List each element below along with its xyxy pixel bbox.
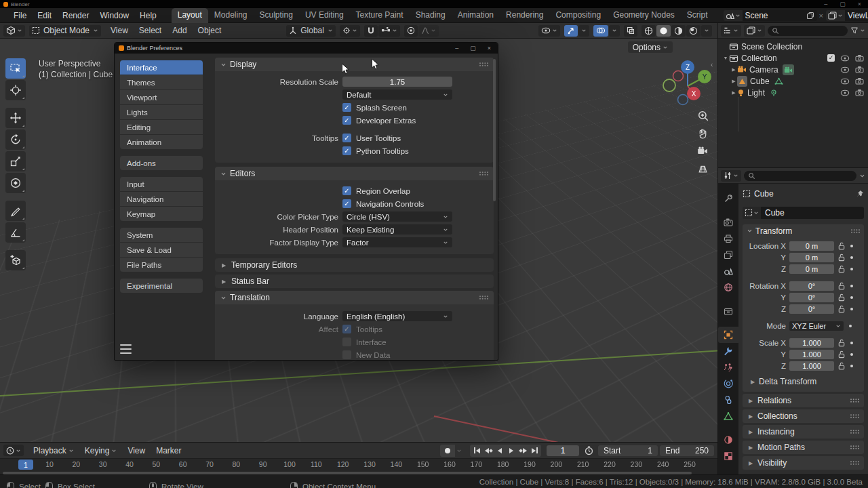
transform-value-field[interactable]: 0°: [789, 293, 834, 302]
outliner-row-light[interactable]: ▶ Light: [718, 87, 868, 98]
workspace-tab[interactable]: Sculpting: [254, 8, 299, 23]
shading-rendered-button[interactable]: [686, 25, 701, 37]
properties-search-input[interactable]: [744, 171, 856, 181]
lock-icon[interactable]: [838, 265, 845, 273]
outliner-row-cube[interactable]: ▶ Cube: [718, 75, 868, 87]
transform-value-field[interactable]: 1.000: [789, 338, 834, 348]
preferences-nav-item[interactable]: Themes: [120, 75, 203, 89]
hamburger-menu-icon[interactable]: [120, 344, 132, 354]
snap-settings-dropdown[interactable]: [378, 25, 400, 37]
properties-tab-physics[interactable]: [718, 375, 738, 392]
hide-eye-icon[interactable]: [840, 55, 850, 62]
menu-item[interactable]: Keying: [79, 445, 123, 457]
unlink-scene-icon[interactable]: ×: [819, 12, 823, 20]
mesh-data-icon[interactable]: [774, 77, 783, 85]
panel-collections[interactable]: ▶Collections: [743, 409, 864, 423]
lock-icon[interactable]: [838, 242, 845, 250]
frame-end-field[interactable]: End250: [660, 445, 714, 456]
developer-extras-checkbox[interactable]: [342, 116, 351, 125]
preferences-nav-item[interactable]: Keymap: [120, 207, 203, 221]
preferences-nav-item[interactable]: Save & Load: [120, 243, 203, 257]
lock-icon[interactable]: [838, 362, 845, 370]
transform-value-field[interactable]: 0 m: [789, 241, 834, 251]
status-bar-panel[interactable]: ▶Status Bar: [215, 274, 494, 288]
delta-transform-panel[interactable]: ▶Delta Transform: [743, 375, 864, 388]
menu-item[interactable]: File: [8, 9, 32, 22]
tool-cursor-button[interactable]: [5, 80, 26, 100]
proportional-editing-toggle[interactable]: [404, 25, 418, 37]
menu-item[interactable]: Object: [193, 24, 227, 37]
collection-exclude-checkbox[interactable]: ✓: [827, 54, 835, 62]
menu-item[interactable]: Marker: [151, 445, 186, 457]
xray-toggle[interactable]: [624, 25, 637, 37]
color-picker-dropdown[interactable]: Circle (HSV): [342, 211, 452, 222]
timeline-ruler[interactable]: 1 10203040506070809010011012013014015016…: [0, 459, 698, 471]
tool-move-button[interactable]: [5, 108, 26, 128]
hide-eye-icon[interactable]: [840, 89, 850, 96]
properties-tab-output[interactable]: [718, 230, 738, 247]
play-button[interactable]: [506, 445, 517, 456]
workspace-tab[interactable]: Script: [681, 8, 714, 23]
preferences-nav-item[interactable]: Animation: [120, 135, 203, 149]
menu-item[interactable]: Render: [57, 9, 94, 22]
menu-item[interactable]: Window: [94, 9, 134, 22]
preferences-scrollbar[interactable]: [493, 59, 496, 201]
menu-item[interactable]: View: [122, 445, 151, 457]
render-visibility-icon[interactable]: [855, 66, 864, 73]
editors-panel-header[interactable]: Editors: [215, 167, 494, 180]
preferences-nav-item[interactable]: File Paths: [120, 258, 203, 272]
gizmos-dropdown[interactable]: [578, 25, 589, 37]
lock-icon[interactable]: [838, 282, 845, 290]
properties-tab-material[interactable]: [718, 432, 738, 448]
sidebar-collapse-icon[interactable]: ‹: [711, 61, 713, 68]
properties-editor-type-button[interactable]: [721, 170, 741, 182]
panel-grip-icon[interactable]: [479, 62, 488, 67]
overlays-toggle[interactable]: [593, 25, 608, 37]
viewlayer-name-field[interactable]: ViewLayer: [845, 10, 868, 21]
affect-interface-checkbox[interactable]: [342, 338, 351, 346]
render-visibility-icon[interactable]: [855, 89, 864, 96]
outliner-filter-mode-button[interactable]: [744, 25, 765, 37]
animate-dot-button[interactable]: [850, 245, 853, 247]
zoom-icon[interactable]: [697, 110, 709, 122]
outliner-row-collection[interactable]: ▼ Collection ✓: [718, 52, 868, 64]
properties-tab-data[interactable]: [718, 408, 738, 424]
minimize-icon[interactable]: –: [824, 1, 827, 7]
hide-eye-icon[interactable]: [840, 66, 850, 73]
workspace-tab[interactable]: UV Editing: [299, 8, 350, 23]
visibility-dropdown[interactable]: [538, 25, 560, 37]
pan-hand-icon[interactable]: [697, 128, 709, 140]
prefs-close-icon[interactable]: ×: [488, 45, 491, 52]
viewlayer-browse-button[interactable]: [826, 10, 845, 21]
lock-icon[interactable]: [838, 339, 845, 347]
timeline-editor-type-button[interactable]: [3, 445, 24, 456]
lock-icon[interactable]: [838, 253, 845, 262]
display-panel-header[interactable]: Display: [215, 58, 494, 71]
affect-new-data-checkbox[interactable]: [342, 350, 351, 359]
panel-relations[interactable]: ▶Relations: [743, 394, 864, 407]
preferences-nav-item[interactable]: Add-ons: [120, 156, 203, 170]
menu-item[interactable]: View: [105, 24, 134, 37]
current-frame-field[interactable]: 1: [547, 445, 579, 456]
proportional-falloff-dropdown[interactable]: [418, 25, 439, 37]
animate-dot-button[interactable]: [850, 365, 853, 367]
panel-motion-paths[interactable]: ▶Motion Paths: [743, 441, 864, 454]
panel-grip-icon[interactable]: [850, 228, 860, 234]
tool-transform-button[interactable]: [5, 173, 26, 193]
preferences-nav-item[interactable]: Viewport: [120, 90, 203, 104]
properties-tab-tool[interactable]: [718, 190, 738, 207]
outliner-display-mode-button[interactable]: [721, 25, 741, 37]
animate-dot-button[interactable]: [850, 342, 853, 344]
animate-dot-button[interactable]: [850, 308, 853, 310]
new-scene-icon[interactable]: [806, 12, 814, 20]
frame-start-field[interactable]: Start1: [598, 445, 658, 456]
properties-tab-object[interactable]: [718, 327, 738, 343]
navigation-gizmo[interactable]: Z Y X: [659, 56, 716, 113]
tool-scale-button[interactable]: [5, 151, 26, 171]
menu-item[interactable]: Edit: [32, 9, 57, 22]
properties-tab-collection[interactable]: [718, 303, 738, 319]
panel-grip-icon[interactable]: [479, 171, 488, 176]
shading-dropdown[interactable]: [701, 25, 712, 37]
panel-visibility[interactable]: ▶Visibility: [743, 456, 864, 470]
python-tooltips-checkbox[interactable]: [342, 146, 351, 155]
